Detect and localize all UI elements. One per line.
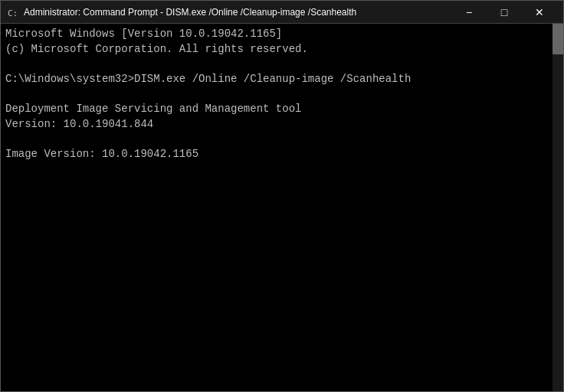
console-line: [5, 177, 546, 192]
console-line: [5, 207, 546, 222]
console-line: (c) Microsoft Corporation. All rights re…: [5, 42, 546, 57]
console-line: Deployment Image Servicing and Managemen…: [5, 102, 546, 117]
window-controls: − □ ✕: [451, 1, 557, 24]
console-line: [5, 57, 546, 72]
console-line: Microsoft Windows [Version 10.0.19042.11…: [5, 27, 546, 42]
console-line: Image Version: 10.0.19042.1165: [5, 147, 546, 162]
maximize-button[interactable]: □: [487, 1, 522, 24]
console-line: [5, 222, 546, 237]
console-line: [5, 357, 546, 372]
console-line: [5, 87, 546, 102]
console-line: [5, 252, 546, 267]
console-output: Microsoft Windows [Version 10.0.19042.11…: [5, 27, 559, 391]
console-line: [5, 132, 546, 147]
console-area[interactable]: Microsoft Windows [Version 10.0.19042.11…: [1, 24, 563, 391]
minimize-button[interactable]: −: [451, 1, 487, 24]
console-line: C:\Windows\system32>DISM.exe /Online /Cl…: [5, 72, 546, 87]
console-line: [5, 282, 546, 297]
console-line: [5, 372, 546, 387]
window-title: Administrator: Command Prompt - DISM.exe…: [24, 7, 451, 18]
console-line: [5, 312, 546, 327]
scrollbar[interactable]: [553, 24, 563, 391]
console-line: [5, 387, 546, 391]
console-line: [5, 327, 546, 342]
console-line: [5, 237, 546, 252]
console-line: [5, 192, 546, 207]
cmd-icon: C:: [7, 6, 19, 18]
svg-text:C:: C:: [8, 8, 18, 18]
console-line: [5, 162, 546, 177]
console-line: Version: 10.0.19041.844: [5, 117, 546, 132]
scrollbar-thumb[interactable]: [553, 24, 563, 54]
console-line: [5, 341, 546, 357]
close-button[interactable]: ✕: [522, 1, 557, 24]
command-prompt-window: C: Administrator: Command Prompt - DISM.…: [0, 0, 564, 392]
console-line: [5, 267, 546, 283]
console-line: [5, 297, 546, 312]
title-bar: C: Administrator: Command Prompt - DISM.…: [1, 1, 563, 24]
